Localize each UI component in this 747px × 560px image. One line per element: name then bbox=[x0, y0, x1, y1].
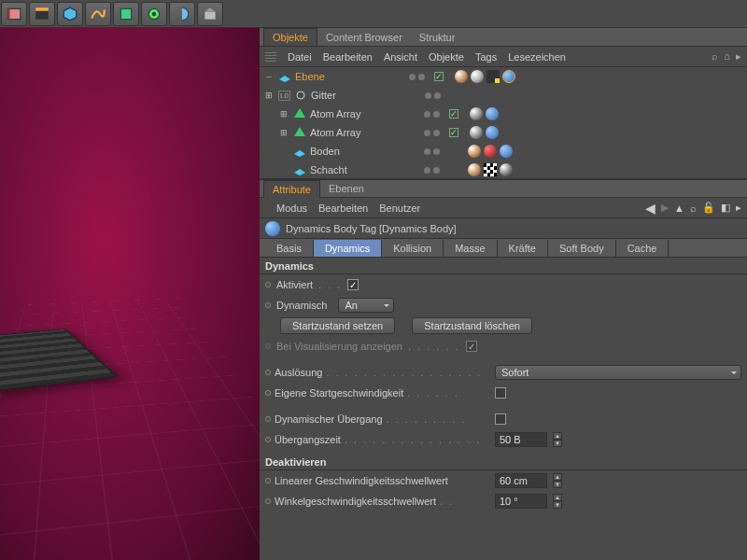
search-icon[interactable]: ⌕ bbox=[690, 203, 697, 214]
menu-objekte[interactable]: Objekte bbox=[429, 51, 464, 63]
tab-ebenen[interactable]: Ebenen bbox=[320, 180, 373, 197]
home-icon[interactable]: ⌂ bbox=[724, 50, 730, 63]
spinner[interactable]: ▲▼ bbox=[553, 432, 562, 447]
nav-up-icon[interactable]: ▲ bbox=[674, 203, 684, 214]
new-window-icon[interactable]: ◧ bbox=[721, 202, 730, 214]
uebergangszeit-input[interactable]: 50 B bbox=[495, 432, 547, 447]
prop-label: Übergangszeit bbox=[275, 434, 341, 445]
nav-back-icon[interactable]: ◀ bbox=[645, 201, 655, 216]
visibility-check-icon[interactable]: ✓ bbox=[449, 109, 458, 119]
expander-icon[interactable]: ⊞ bbox=[263, 91, 275, 100]
material-tag-icon[interactable] bbox=[470, 126, 483, 139]
down-arrow-icon[interactable]: ▼ bbox=[553, 481, 562, 488]
tree-row-schacht[interactable]: · Schacht bbox=[260, 161, 747, 179]
tool-scene-icon[interactable] bbox=[197, 2, 223, 26]
search-icon[interactable]: ⌕ bbox=[712, 50, 718, 63]
flyout-icon[interactable]: ▸ bbox=[736, 202, 741, 214]
subtab-masse[interactable]: Masse bbox=[444, 240, 497, 257]
subtab-softbody[interactable]: Soft Body bbox=[548, 240, 616, 257]
svg-marker-15 bbox=[294, 169, 305, 175]
menu-bearbeiten[interactable]: Bearbeiten bbox=[318, 203, 368, 214]
subtab-cache[interactable]: Cache bbox=[616, 240, 669, 257]
up-arrow-icon[interactable]: ▲ bbox=[553, 473, 562, 481]
viewport[interactable] bbox=[0, 28, 260, 560]
object-label[interactable]: Schacht bbox=[310, 164, 413, 175]
tree-row-ebene[interactable]: – Ebene ✓ bbox=[260, 67, 747, 86]
dynamisch-dropdown[interactable]: An bbox=[338, 298, 394, 313]
menu-bearbeiten[interactable]: Bearbeiten bbox=[323, 51, 373, 63]
down-arrow-icon[interactable]: ▼ bbox=[553, 440, 562, 447]
tab-objekte[interactable]: Objekte bbox=[263, 28, 317, 46]
flyout-icon[interactable]: ▸ bbox=[736, 50, 741, 63]
menu-datei[interactable]: Datei bbox=[288, 51, 312, 63]
material-tag-icon[interactable] bbox=[470, 107, 483, 120]
tree-row-atom2[interactable]: ⊞ Atom Array ✓ bbox=[260, 123, 747, 142]
ausloesung-dropdown[interactable]: Sofort bbox=[495, 365, 741, 380]
dyn-uebergang-checkbox[interactable] bbox=[495, 413, 506, 425]
tab-struktur[interactable]: Struktur bbox=[411, 29, 464, 46]
subtab-kraefte[interactable]: Kräfte bbox=[498, 240, 548, 257]
material-tag-icon[interactable] bbox=[471, 70, 484, 83]
visualisierung-checkbox[interactable] bbox=[466, 341, 477, 352]
dots-icon: . . . . . . bbox=[408, 341, 460, 352]
wink-schwellwert-input[interactable]: 10 ° bbox=[495, 494, 547, 509]
prop-row-eigene-geschw: Eigene Startgeschwindigkeit . . . . . . bbox=[260, 383, 747, 403]
tool-deformer-icon[interactable] bbox=[169, 2, 195, 26]
object-label[interactable]: Atom Array bbox=[310, 108, 413, 119]
eigene-checkbox[interactable] bbox=[495, 387, 506, 399]
tool-spline-icon[interactable] bbox=[85, 2, 111, 26]
expander-icon[interactable]: ⊞ bbox=[278, 128, 289, 137]
tool-slate-icon[interactable] bbox=[29, 2, 55, 26]
menu-benutzer[interactable]: Benutzer bbox=[379, 203, 420, 214]
up-arrow-icon[interactable]: ▲ bbox=[553, 432, 562, 440]
dynamics-tag-icon[interactable] bbox=[500, 145, 513, 158]
menu-modus[interactable]: Modus bbox=[276, 203, 307, 214]
expander-icon[interactable]: – bbox=[263, 72, 275, 81]
material-tag-icon[interactable] bbox=[468, 145, 481, 158]
visibility-check-icon[interactable]: ✓ bbox=[434, 72, 444, 81]
lock-icon[interactable]: 🔓 bbox=[702, 202, 715, 214]
up-arrow-icon[interactable]: ▲ bbox=[553, 494, 562, 501]
object-label[interactable]: Boden bbox=[310, 146, 413, 157]
menu-tags[interactable]: Tags bbox=[475, 51, 497, 63]
menu-lesezeichen[interactable]: Lesezeichen bbox=[508, 51, 566, 63]
startzustand-setzen-button[interactable]: Startzustand setzen bbox=[280, 317, 395, 334]
subtab-dynamics[interactable]: Dynamics bbox=[314, 240, 382, 257]
material-tag-icon[interactable] bbox=[500, 163, 513, 176]
dynamics-tag-icon[interactable] bbox=[486, 126, 499, 139]
tab-content-browser[interactable]: Content Browser bbox=[317, 29, 411, 46]
material-tag-icon[interactable] bbox=[468, 163, 481, 176]
panel-grip-icon[interactable] bbox=[265, 52, 276, 62]
compositing-tag-icon[interactable] bbox=[486, 70, 500, 83]
tree-row-atom1[interactable]: ⊞ Atom Array ✓ bbox=[260, 105, 747, 123]
atom-array-icon bbox=[293, 107, 306, 120]
tool-nurbs-icon[interactable] bbox=[113, 2, 139, 26]
dynamics-tag-icon[interactable] bbox=[486, 107, 499, 120]
object-label[interactable]: Ebene bbox=[295, 71, 398, 82]
visibility-check-icon[interactable]: ✓ bbox=[449, 128, 458, 137]
nav-forward-icon[interactable]: ▶ bbox=[661, 202, 669, 214]
tree-row-gitter[interactable]: ⊞ L0 Gitter bbox=[260, 86, 747, 105]
subtab-basis[interactable]: Basis bbox=[265, 240, 314, 257]
spinner[interactable]: ▲▼ bbox=[553, 494, 562, 509]
param-bullet-icon bbox=[265, 370, 271, 375]
tool-film-icon[interactable] bbox=[1, 2, 27, 26]
dynamics-tag-icon[interactable] bbox=[502, 70, 515, 83]
object-label[interactable]: Gitter bbox=[311, 90, 414, 101]
tool-cube-icon[interactable] bbox=[57, 2, 83, 26]
aktiviert-checkbox[interactable] bbox=[347, 279, 359, 290]
down-arrow-icon[interactable]: ▼ bbox=[553, 501, 562, 509]
object-label[interactable]: Atom Array bbox=[310, 127, 413, 138]
startzustand-loeschen-button[interactable]: Startzustand löschen bbox=[412, 317, 532, 334]
material-tag-icon[interactable] bbox=[455, 70, 468, 83]
subtab-kollision[interactable]: Kollision bbox=[382, 240, 444, 257]
tree-row-boden[interactable]: · Boden bbox=[260, 142, 747, 161]
lin-schwellwert-input[interactable]: 60 cm bbox=[495, 473, 547, 488]
spinner[interactable]: ▲▼ bbox=[553, 473, 562, 488]
tab-attribute[interactable]: Attribute bbox=[263, 180, 320, 198]
tool-gear-icon[interactable] bbox=[141, 2, 167, 26]
expander-icon[interactable]: ⊞ bbox=[278, 109, 289, 119]
checker-tag-icon[interactable] bbox=[484, 163, 497, 176]
material-tag-icon[interactable] bbox=[484, 145, 497, 158]
menu-ansicht[interactable]: Ansicht bbox=[384, 51, 417, 63]
